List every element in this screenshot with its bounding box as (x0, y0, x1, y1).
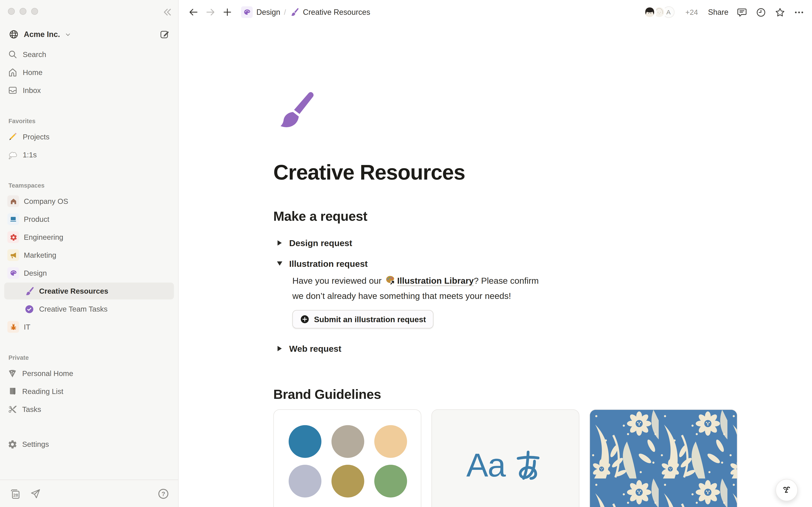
palette-swatch (374, 465, 407, 498)
sidebar-item-label: Company OS (24, 197, 68, 206)
sidebar-item-label: IT (24, 323, 31, 331)
sidebar-item-settings[interactable]: Settings (4, 436, 174, 453)
sidebar-item-marketing[interactable]: Marketing (4, 247, 174, 264)
heading-make-a-request[interactable]: Make a request (273, 209, 739, 224)
floral-pattern (590, 410, 738, 507)
toggle-illustration-request[interactable]: Illustration request (273, 257, 739, 270)
sidebar-item-search[interactable]: Search (4, 46, 174, 63)
teamspaces-section-label: Teamspaces (8, 182, 170, 189)
notion-ai-button[interactable] (776, 479, 798, 501)
sidebar-item-company-os[interactable]: Company OS (4, 193, 174, 210)
toggle-design-request[interactable]: Design request (273, 237, 739, 249)
back-button[interactable] (186, 5, 201, 20)
collaborator-avatars[interactable]: A (643, 5, 675, 19)
page-title[interactable]: Creative Resources (273, 161, 739, 184)
page-icon-paintbrush[interactable] (273, 89, 317, 132)
compose-icon[interactable] (159, 29, 170, 40)
sidebar-item-reading-list[interactable]: Reading List (4, 383, 174, 400)
toggle-web-request[interactable]: Web request (273, 342, 739, 355)
sidebar-item-creative-resources[interactable]: Creative Resources (4, 283, 174, 299)
palette-swatch (374, 425, 407, 458)
sidebar-item-label: Reading List (22, 387, 63, 396)
sidebar-item-label: Marketing (24, 251, 56, 260)
heading-brand-guidelines[interactable]: Brand Guidelines (273, 387, 739, 402)
sidebar-item-personal-home[interactable]: Personal Home (4, 365, 174, 382)
toggle-triangle-icon[interactable] (273, 342, 286, 355)
plus-icon (222, 7, 233, 17)
sidebar-item-label: Projects (23, 133, 49, 141)
breadcrumb: Design / Creative Resources (241, 6, 370, 18)
double-chevron-left-icon (161, 6, 172, 18)
megaphone-icon (7, 249, 19, 261)
paintbrush-icon (290, 7, 299, 17)
avatar-overflow-count[interactable]: +24 (686, 8, 698, 16)
sidebar-footer: 28 ? (0, 480, 178, 507)
workspace-switcher[interactable]: Acme Inc. (5, 26, 173, 43)
sidebar-item-tasks[interactable]: Tasks (4, 401, 174, 418)
palette-emoji-icon (385, 275, 396, 285)
share-button[interactable]: Share (708, 8, 728, 16)
sidebar-item-label: Search (23, 50, 46, 59)
star-icon[interactable] (774, 7, 786, 18)
globe-icon (8, 29, 19, 40)
traffic-light-zoom[interactable] (31, 8, 38, 15)
ai-face-icon (780, 483, 794, 497)
palette-swatch (289, 425, 321, 458)
sidebar-item-1-1s[interactable]: 1:1s (4, 147, 174, 163)
sidebar-item-engineering[interactable]: Engineering (4, 229, 174, 246)
illustration-library-link[interactable]: Illustration Library (397, 276, 474, 286)
page-content: Creative Resources Make a request Design… (273, 89, 739, 507)
sidebar-item-design[interactable]: Design (4, 265, 174, 282)
palette-swatch (332, 425, 364, 458)
help-icon[interactable]: ? (157, 487, 170, 500)
search-icon (7, 49, 18, 60)
sidebar-item-creative-team-tasks[interactable]: Creative Team Tasks (4, 300, 174, 318)
palette-swatch (332, 465, 364, 498)
scissors-icon (7, 404, 17, 414)
sidebar-item-projects[interactable]: Projects (4, 128, 174, 145)
hiragana-a-glyph (512, 448, 545, 481)
check-circle-icon (24, 304, 35, 314)
circle-plus-icon (300, 314, 310, 325)
traffic-light-minimize[interactable] (20, 8, 27, 15)
gear-icon (7, 231, 19, 243)
sidebar-item-it[interactable]: IT (4, 319, 174, 335)
sidebar-item-label: Home (23, 68, 43, 77)
bug-icon (7, 321, 19, 333)
new-page-button[interactable] (220, 5, 235, 20)
sidebar-item-label: Product (24, 215, 49, 224)
breadcrumb-item-creative-resources[interactable]: Creative Resources (290, 7, 370, 17)
thought-cloud-icon (7, 150, 18, 160)
brand-typography-card[interactable]: Aa (432, 409, 579, 507)
submit-illustration-request-button[interactable]: Submit an illustration request (293, 310, 434, 329)
sidebar-item-label: Tasks (22, 405, 41, 414)
palette-swatch (289, 465, 321, 498)
sidebar-item-label: Inbox (23, 86, 41, 95)
more-options-icon[interactable] (794, 7, 805, 18)
brand-pattern-card[interactable] (590, 409, 738, 507)
main-area: Design / Creative Resources (179, 0, 812, 507)
topbar: Design / Creative Resources (179, 0, 812, 24)
sidebar-item-label: Creative Team Tasks (39, 305, 108, 313)
sidebar-item-inbox[interactable]: Inbox (4, 82, 174, 99)
calendar-icon[interactable]: 28 (8, 487, 21, 500)
sidebar-item-label: Design (24, 269, 47, 277)
sidebar-item-home[interactable]: Home (4, 64, 174, 81)
history-clock-icon[interactable] (756, 7, 767, 18)
arrow-left-icon (188, 7, 199, 17)
toggle-triangle-icon[interactable] (273, 257, 286, 270)
sidebar-collapse-button[interactable] (160, 6, 173, 18)
toggle-triangle-icon[interactable] (273, 237, 286, 249)
traffic-light-close[interactable] (8, 8, 15, 15)
illustration-library-mention[interactable] (385, 275, 396, 285)
breadcrumb-item-design[interactable]: Design (241, 6, 280, 18)
sidebar-item-product[interactable]: Product (4, 211, 174, 228)
sidebar-item-label: Settings (22, 440, 49, 448)
forward-button[interactable] (203, 5, 218, 20)
sidebar-item-label: Engineering (24, 233, 63, 241)
brand-palette-card[interactable] (273, 409, 421, 507)
inbox-icon (7, 85, 18, 96)
comments-icon[interactable] (737, 7, 748, 18)
paper-plane-icon[interactable] (30, 488, 41, 499)
private-section-label: Private (8, 354, 170, 361)
